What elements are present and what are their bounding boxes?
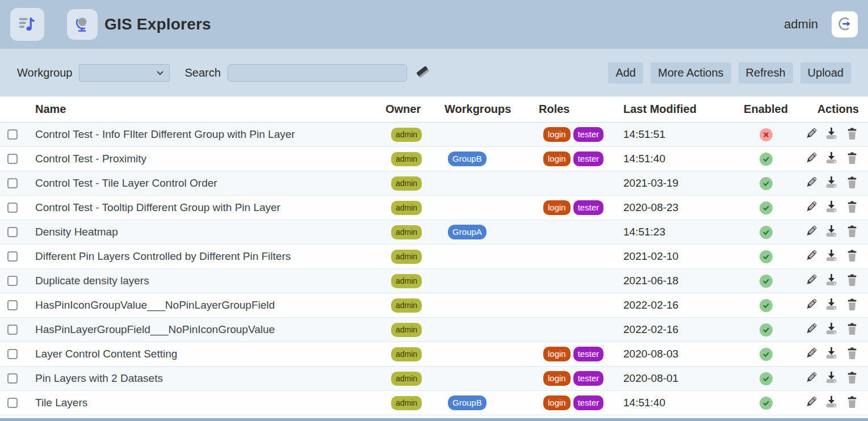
row-checkbox[interactable]: [7, 276, 18, 286]
owner-badge: admin: [391, 347, 422, 361]
row-checkbox[interactable]: [7, 373, 18, 384]
row-checkbox[interactable]: [7, 398, 18, 408]
edit-button[interactable]: [804, 225, 818, 239]
row-checkbox[interactable]: [7, 300, 18, 310]
row-checkbox[interactable]: [7, 154, 18, 164]
row-checkbox[interactable]: [7, 227, 18, 237]
delete-button[interactable]: [845, 372, 859, 386]
more-actions-button[interactable]: More Actions: [651, 62, 731, 83]
role-badge-login: login: [543, 200, 571, 215]
role-badge-login: login: [543, 371, 571, 386]
table-row: Control Test - Tile Layer Control Order …: [0, 171, 868, 196]
globe-app-button[interactable]: [67, 9, 98, 40]
delete-button[interactable]: [845, 152, 859, 166]
eraser-icon: [416, 65, 430, 81]
row-last-modified: 2020-08-01: [618, 372, 732, 385]
trash-icon: [845, 273, 859, 289]
edit-button[interactable]: [804, 298, 818, 313]
enabled-icon: [760, 177, 773, 190]
edit-button[interactable]: [804, 396, 818, 410]
column-header-enabled[interactable]: Enabled: [732, 103, 800, 116]
edit-button[interactable]: [804, 250, 818, 264]
owner-badge: admin: [391, 201, 422, 215]
column-header-last-modified[interactable]: Last Modified: [618, 103, 732, 116]
edit-button[interactable]: [804, 152, 818, 166]
logout-button[interactable]: [832, 11, 858, 37]
enabled-icon: [760, 299, 773, 312]
column-header-name[interactable]: Name: [25, 103, 385, 116]
delete-button[interactable]: [845, 347, 859, 361]
owner-badge: admin: [391, 323, 422, 337]
table-row: Duplicate density layers admin 2021-06-1…: [0, 269, 868, 293]
add-button[interactable]: Add: [608, 62, 643, 83]
edit-button[interactable]: [804, 274, 818, 288]
download-button[interactable]: [824, 176, 838, 191]
table-row: Tile Layers admin GroupB logintester 14:…: [0, 391, 868, 415]
edit-button[interactable]: [804, 201, 818, 215]
column-header-workgroups[interactable]: Workgroups: [445, 103, 539, 116]
row-checkbox[interactable]: [7, 349, 18, 359]
delete-button[interactable]: [845, 225, 859, 239]
download-tray-icon: [824, 224, 838, 240]
search-input[interactable]: [228, 64, 407, 82]
row-checkbox[interactable]: [7, 178, 18, 188]
trash-icon: [845, 225, 859, 240]
delete-button[interactable]: [845, 250, 859, 264]
enabled-icon: [760, 323, 773, 336]
delete-button[interactable]: [845, 274, 859, 288]
row-checkbox[interactable]: [7, 129, 18, 140]
edit-button[interactable]: [804, 128, 818, 142]
row-last-modified: 14:51:51: [618, 128, 732, 141]
column-header-roles[interactable]: Roles: [539, 103, 618, 116]
download-button[interactable]: [824, 128, 838, 142]
pencil-icon: [804, 322, 818, 338]
trash-icon: [845, 298, 859, 313]
download-button[interactable]: [824, 372, 838, 386]
row-checkbox[interactable]: [7, 251, 18, 262]
enabled-icon: [760, 250, 773, 263]
playlist-music-button[interactable]: [10, 8, 44, 41]
enabled-icon: [760, 153, 773, 166]
download-button[interactable]: [824, 250, 838, 264]
download-button[interactable]: [824, 225, 838, 239]
clear-search-button[interactable]: [415, 65, 431, 81]
edit-button[interactable]: [804, 176, 818, 191]
delete-button[interactable]: [845, 323, 859, 337]
download-tray-icon: [824, 249, 838, 264]
edit-button[interactable]: [804, 347, 818, 361]
delete-button[interactable]: [845, 176, 859, 191]
logged-in-user: admin: [784, 17, 818, 32]
row-last-modified: 2021-03-19: [618, 177, 732, 190]
row-checkbox[interactable]: [7, 325, 18, 335]
workgroup-select[interactable]: [79, 64, 170, 82]
delete-button[interactable]: [845, 201, 859, 215]
trash-icon: [845, 200, 859, 216]
role-badge-tester: tester: [573, 371, 604, 386]
pencil-icon: [804, 346, 818, 362]
delete-button[interactable]: [845, 396, 859, 410]
row-name: Duplicate density layers: [25, 275, 385, 287]
delete-button[interactable]: [845, 128, 859, 142]
download-button[interactable]: [824, 152, 838, 166]
roles-cell: logintester: [539, 371, 618, 386]
download-button[interactable]: [824, 323, 838, 337]
download-button[interactable]: [824, 298, 838, 313]
refresh-button[interactable]: Refresh: [739, 62, 793, 83]
row-checkbox[interactable]: [7, 203, 18, 213]
edit-button[interactable]: [804, 323, 818, 337]
table-body: Control Test - Info FIlter Different Gro…: [0, 123, 868, 415]
download-button[interactable]: [824, 201, 838, 215]
enabled-icon: [760, 275, 773, 288]
trash-icon: [845, 322, 859, 338]
delete-button[interactable]: [845, 298, 859, 313]
owner-badge: admin: [391, 225, 422, 239]
table-header-row: Name Owner Workgroups Roles Last Modifie…: [0, 96, 868, 123]
download-button[interactable]: [824, 347, 838, 361]
download-button[interactable]: [824, 396, 838, 410]
row-name: Pin Layers with 2 Datasets: [25, 372, 385, 385]
column-header-owner[interactable]: Owner: [385, 103, 445, 116]
row-name: Control Test - Proximity: [25, 153, 385, 165]
edit-button[interactable]: [804, 372, 818, 386]
download-button[interactable]: [824, 274, 838, 288]
upload-button[interactable]: Upload: [800, 62, 851, 83]
